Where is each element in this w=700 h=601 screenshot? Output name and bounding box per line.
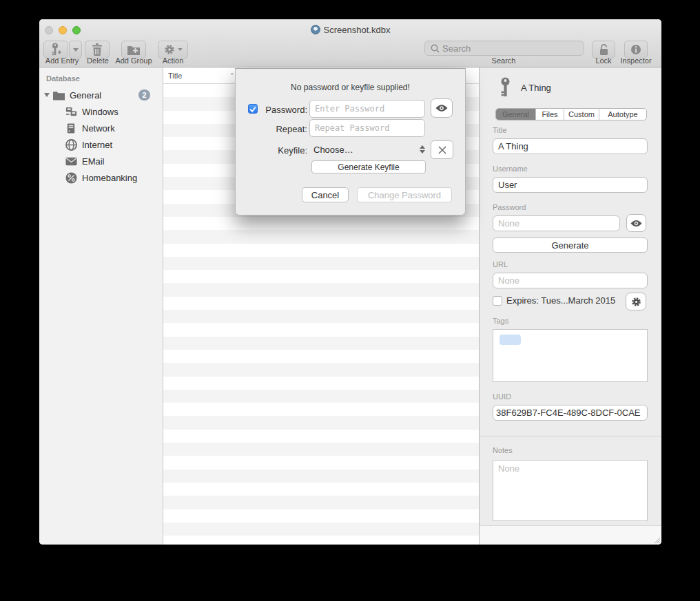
sheet-keyfile-label: Keyfile:: [249, 145, 307, 156]
search-label: Search: [483, 56, 524, 65]
sheet-password-label: Password:: [249, 105, 307, 115]
generate-password-button[interactable]: Generate: [493, 238, 648, 253]
change-password-button[interactable]: Change Password: [357, 187, 452, 202]
url-label: URL: [493, 260, 508, 268]
clear-keyfile-button[interactable]: [431, 140, 453, 159]
inspector-tabs: General Files Custom Autotype: [495, 108, 647, 120]
homebanking-icon: [65, 172, 77, 184]
trash-icon: [92, 43, 103, 56]
username-label: Username: [493, 165, 528, 173]
email-icon: [65, 156, 77, 167]
key-plus-icon: [51, 43, 61, 56]
tags-box[interactable]: [493, 329, 648, 382]
sheet-repeat-label: Repeat:: [249, 124, 307, 134]
password-field[interactable]: [493, 215, 620, 231]
tab-autotype[interactable]: Autotype: [599, 109, 646, 120]
cancel-button[interactable]: Cancel: [302, 187, 349, 202]
search-field[interactable]: [424, 41, 584, 56]
sidebar-item-network[interactable]: Network: [39, 120, 163, 136]
popup-stepper-icon: [420, 145, 425, 154]
section-divider: [480, 436, 661, 436]
sidebar-item-general[interactable]: General 2: [39, 87, 163, 103]
windows-icon: [65, 106, 77, 118]
notes-label: Notes: [493, 446, 513, 454]
sidebar-item-email[interactable]: EMail: [39, 154, 163, 169]
sidebar-header: Database: [46, 74, 80, 83]
inspector-panel: A Thing General Files Custom Autotype Ti…: [480, 67, 661, 545]
sidebar-item-internet[interactable]: Internet: [39, 137, 163, 152]
generate-keyfile-button[interactable]: Generate Keyfile: [311, 160, 426, 173]
key-icon: [500, 77, 511, 98]
keyfile-popup[interactable]: Choose…: [313, 140, 425, 158]
gear-icon: [631, 297, 641, 307]
folder-icon: [53, 89, 65, 101]
add-entry-label: Add Entry: [41, 56, 83, 65]
username-field[interactable]: [493, 177, 648, 193]
window-chrome: Screenshot.kdbx Add Entry Delete: [39, 19, 661, 67]
expires-settings-button[interactable]: [626, 293, 646, 310]
search-icon: [431, 44, 440, 53]
keyfile-popup-value: Choose…: [313, 145, 353, 155]
chevron-down-icon: [73, 48, 79, 52]
sidebar-item-homebanking[interactable]: Homebanking: [39, 170, 163, 185]
document-icon: [311, 25, 320, 34]
action-label: Action: [159, 56, 187, 65]
disclosure-triangle-icon[interactable]: [44, 93, 50, 97]
group-sidebar: Database General 2 Windows: [39, 67, 163, 545]
expires-text: Expires: Tues...March 2015: [506, 295, 615, 306]
expires-row: Expires: Tues...March 2015: [493, 295, 615, 306]
sidebar-item-windows[interactable]: Windows: [39, 104, 163, 119]
column-header-title[interactable]: Title: [163, 72, 229, 80]
change-password-sheet: No password or keyfile supplied! Passwor…: [235, 68, 466, 215]
unlock-icon: [599, 43, 609, 56]
eye-icon: [630, 220, 642, 227]
inspector-footer: [480, 525, 661, 545]
inspector-label: Inspector: [617, 56, 655, 65]
tag-pill[interactable]: [500, 335, 521, 345]
url-field[interactable]: [493, 273, 648, 288]
delete-label: Delete: [85, 56, 111, 65]
password-label: Password: [493, 203, 526, 211]
window-title: Screenshot.kdbx: [39, 25, 661, 35]
add-group-label: Add Group: [112, 56, 155, 65]
folder-plus-icon: [127, 45, 140, 55]
app-window: Screenshot.kdbx Add Entry Delete: [39, 19, 661, 545]
sort-ascending-icon: ⌃: [229, 72, 235, 79]
group-count-badge: 2: [138, 89, 150, 101]
tab-custom[interactable]: Custom: [564, 109, 599, 120]
tab-files[interactable]: Files: [536, 109, 564, 120]
internet-icon: [65, 139, 77, 151]
title-label: Title: [493, 126, 506, 134]
notes-field[interactable]: [493, 460, 648, 521]
tags-label: Tags: [493, 317, 508, 325]
sheet-password-field[interactable]: [309, 100, 425, 118]
network-icon: [65, 123, 77, 134]
sheet-repeat-field[interactable]: [309, 119, 425, 137]
search-input[interactable]: [442, 43, 578, 54]
resize-grip[interactable]: [652, 536, 660, 543]
title-field[interactable]: [493, 138, 648, 154]
uuid-label: UUID: [493, 392, 511, 401]
close-x-icon: [438, 146, 446, 154]
uuid-field[interactable]: [493, 405, 648, 421]
gear-icon: [164, 44, 175, 55]
eye-icon: [435, 104, 448, 112]
sheet-message: No password or keyfile supplied!: [236, 83, 465, 92]
entry-title: A Thing: [521, 83, 551, 93]
lock-label: Lock: [593, 56, 615, 65]
tab-general[interactable]: General: [496, 109, 536, 120]
expires-checkbox[interactable]: [493, 296, 502, 306]
show-password-button[interactable]: [626, 214, 646, 232]
info-icon: [630, 44, 641, 55]
chevron-down-icon: [178, 48, 183, 51]
sheet-show-password-button[interactable]: [431, 98, 453, 118]
